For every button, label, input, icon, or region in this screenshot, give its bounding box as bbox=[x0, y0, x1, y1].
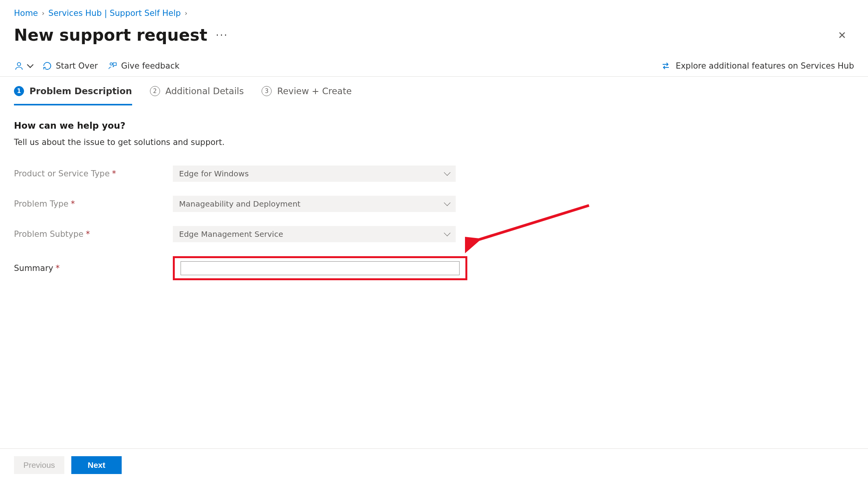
tab-additional-details[interactable]: 2 Additional Details bbox=[150, 86, 244, 105]
previous-button[interactable]: Previous bbox=[14, 456, 64, 474]
explore-features-link[interactable]: Explore additional features on Services … bbox=[661, 61, 854, 71]
form-subheading: Tell us about the issue to get solutions… bbox=[14, 138, 854, 147]
feedback-icon bbox=[108, 61, 117, 71]
wizard-footer: Previous Next bbox=[0, 448, 868, 481]
tab-problem-description[interactable]: 1 Problem Description bbox=[14, 86, 132, 105]
next-button[interactable]: Next bbox=[71, 456, 122, 474]
step-badge-3: 3 bbox=[262, 86, 272, 96]
breadcrumb-services-hub[interactable]: Services Hub | Support Self Help bbox=[48, 9, 181, 18]
chevron-down-icon bbox=[27, 62, 34, 68]
summary-label: Summary* bbox=[14, 264, 173, 273]
step-badge-2: 2 bbox=[150, 86, 160, 96]
summary-highlight-box bbox=[173, 256, 467, 280]
product-type-select[interactable]: Edge for Windows bbox=[173, 166, 456, 182]
summary-input[interactable] bbox=[181, 261, 460, 275]
person-icon bbox=[14, 61, 24, 71]
tab-label: Review + Create bbox=[277, 86, 351, 96]
wizard-tabs: 1 Problem Description 2 Additional Detai… bbox=[0, 77, 868, 106]
product-type-value: Edge for Windows bbox=[179, 169, 249, 178]
tab-label: Additional Details bbox=[165, 86, 244, 96]
svg-point-1 bbox=[110, 63, 112, 65]
give-feedback-button[interactable]: Give feedback bbox=[108, 61, 180, 71]
breadcrumb-home[interactable]: Home bbox=[14, 9, 38, 18]
tab-review-create[interactable]: 3 Review + Create bbox=[262, 86, 351, 105]
user-account-button[interactable] bbox=[14, 61, 33, 71]
explore-features-label: Explore additional features on Services … bbox=[676, 61, 854, 71]
title-row: New support request ··· ✕ bbox=[0, 18, 868, 49]
svg-point-0 bbox=[17, 62, 21, 66]
step-badge-1: 1 bbox=[14, 86, 24, 96]
give-feedback-label: Give feedback bbox=[121, 61, 180, 71]
problem-subtype-label: Problem Subtype* bbox=[14, 229, 173, 239]
chevron-down-icon bbox=[444, 230, 451, 236]
chevron-down-icon bbox=[444, 169, 451, 176]
start-over-button[interactable]: Start Over bbox=[43, 61, 98, 71]
swap-icon bbox=[661, 61, 670, 71]
product-type-label: Product or Service Type* bbox=[14, 169, 173, 178]
problem-type-value: Manageability and Deployment bbox=[179, 199, 300, 209]
problem-type-select[interactable]: Manageability and Deployment bbox=[173, 196, 456, 212]
form-heading: How can we help you? bbox=[14, 121, 854, 131]
refresh-icon bbox=[43, 61, 52, 71]
breadcrumb: Home › Services Hub | Support Self Help … bbox=[0, 0, 868, 18]
form-area: How can we help you? Tell us about the i… bbox=[0, 106, 868, 280]
more-options-button[interactable]: ··· bbox=[216, 30, 228, 41]
problem-subtype-select[interactable]: Edge Management Service bbox=[173, 226, 456, 242]
toolbar: Start Over Give feedback Explore additio… bbox=[0, 49, 868, 77]
start-over-label: Start Over bbox=[56, 61, 98, 71]
tab-label: Problem Description bbox=[29, 86, 132, 96]
problem-type-label: Problem Type* bbox=[14, 199, 173, 209]
problem-subtype-value: Edge Management Service bbox=[179, 229, 283, 239]
page-title: New support request bbox=[14, 26, 207, 45]
chevron-right-icon: › bbox=[42, 9, 45, 17]
close-button[interactable]: ✕ bbox=[830, 26, 854, 44]
chevron-right-icon: › bbox=[185, 9, 188, 17]
chevron-down-icon bbox=[444, 200, 451, 206]
